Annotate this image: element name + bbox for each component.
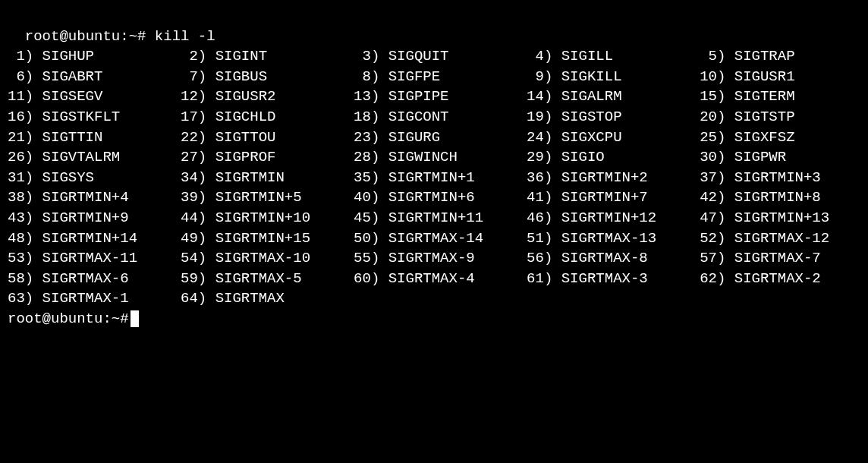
prompt: root@ubuntu:~#	[8, 309, 129, 329]
prompt: root@ubuntu:~#	[25, 28, 146, 45]
signals-output: 1) SIGHUP 2) SIGINT 3) SIGQUIT 4) SIGILL…	[8, 46, 860, 309]
command-line: root@ubuntu:~# kill -l	[8, 6, 860, 46]
cursor-icon	[131, 310, 139, 327]
current-prompt-line[interactable]: root@ubuntu:~#	[8, 309, 860, 329]
command-text: kill -l	[155, 28, 215, 45]
